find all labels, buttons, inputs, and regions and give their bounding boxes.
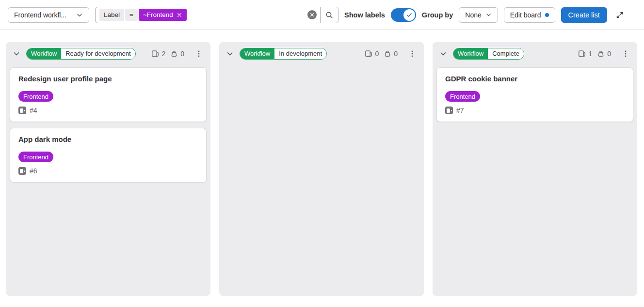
issue-card[interactable]: GDPR cookie banner Frontend #7	[436, 67, 633, 122]
column-weight-count: 0	[607, 50, 611, 58]
column-issue-count: 0	[375, 50, 379, 58]
edit-board-label: Edit board	[510, 11, 541, 19]
card-title[interactable]: App dark mode	[18, 135, 198, 143]
group-by-value: None	[465, 11, 481, 19]
column-issue-count-group: 0	[365, 50, 379, 58]
collapse-column-button[interactable]	[438, 49, 448, 59]
column-issue-count: 2	[161, 50, 165, 58]
create-list-button[interactable]: Create list	[561, 7, 607, 23]
filter-token-value-label: ~Frontend	[143, 11, 173, 18]
chevron-down-icon	[485, 12, 492, 18]
column-issue-count: 1	[588, 50, 592, 58]
chevron-down-icon	[76, 12, 83, 18]
column-header: Workflow Complete 1 0	[433, 42, 637, 65]
filter-token-key[interactable]: Label	[99, 9, 124, 21]
search-button[interactable]	[320, 7, 338, 23]
card-meta: #7	[445, 107, 625, 114]
check-icon	[403, 9, 415, 21]
card-label[interactable]: Frontend	[445, 91, 480, 102]
column-scope: Workflow	[27, 48, 61, 59]
expand-icon	[616, 11, 624, 19]
fullscreen-button[interactable]	[616, 11, 624, 19]
issue-card[interactable]: App dark mode Frontend #6	[10, 128, 207, 183]
board-column: Workflow Ready for development 2 0	[6, 42, 210, 296]
weight-icon	[170, 50, 178, 58]
ellipsis-vertical-icon	[195, 50, 203, 58]
filter-token-value[interactable]: ~Frontend	[139, 9, 187, 21]
column-name: Ready for development	[61, 48, 135, 59]
chevron-down-icon	[13, 50, 20, 58]
column-scope: Workflow	[453, 48, 488, 59]
search-icon	[325, 11, 333, 19]
column-weight-group: 0	[384, 50, 398, 58]
column-scoped-label[interactable]: Workflow Complete	[453, 48, 524, 60]
edit-board-notification-dot	[545, 13, 549, 17]
show-labels-label: Show labels	[344, 11, 385, 19]
column-menu-button[interactable]	[621, 48, 630, 60]
column-weight-group: 0	[597, 50, 611, 58]
project-avatar	[18, 167, 26, 175]
card-title[interactable]: GDPR cookie banner	[445, 75, 625, 83]
chevron-down-icon	[226, 50, 234, 58]
column-menu-button[interactable]	[194, 48, 204, 60]
issue-card[interactable]: Redesign user profile page Frontend #4	[10, 67, 207, 122]
show-labels-toggle[interactable]	[391, 8, 416, 22]
issues-icon	[365, 50, 372, 58]
card-ref: #4	[30, 107, 37, 114]
column-issue-count-group: 2	[151, 50, 165, 58]
ellipsis-vertical-icon	[622, 50, 629, 58]
project-avatar	[445, 107, 453, 114]
group-by-dropdown[interactable]: None	[459, 7, 498, 23]
collapse-column-button[interactable]	[12, 49, 21, 59]
ellipsis-vertical-icon	[408, 50, 416, 58]
board-switcher-label: Frontend workfl...	[14, 11, 66, 19]
issues-icon	[578, 50, 586, 58]
group-by-label: Group by	[422, 11, 453, 19]
board-switcher-dropdown[interactable]: Frontend workfl...	[8, 7, 89, 23]
card-label[interactable]: Frontend	[18, 152, 53, 162]
weight-icon	[384, 50, 391, 58]
card-ref: #6	[30, 167, 37, 175]
filtered-search-bar[interactable]: Label = ~Frontend	[95, 7, 338, 23]
column-header: Workflow Ready for development 2 0	[6, 42, 210, 65]
column-cards	[219, 65, 424, 296]
column-issue-count-group: 1	[578, 50, 592, 58]
column-weight-count: 0	[180, 50, 184, 58]
column-weight-group: 0	[170, 50, 184, 58]
issues-icon	[151, 50, 159, 58]
card-meta: #4	[18, 107, 198, 114]
column-menu-button[interactable]	[407, 48, 417, 60]
clear-search-button[interactable]	[304, 7, 320, 23]
chevron-down-icon	[439, 50, 447, 58]
clear-icon	[307, 10, 317, 19]
column-name: In development	[274, 48, 326, 59]
board-column: Workflow Complete 1 0	[433, 42, 637, 296]
column-weight-count: 0	[394, 50, 398, 58]
close-icon[interactable]	[177, 12, 182, 18]
column-scoped-label[interactable]: Workflow In development	[240, 48, 327, 60]
column-scoped-label[interactable]: Workflow Ready for development	[26, 48, 136, 60]
collapse-column-button[interactable]	[225, 49, 235, 59]
column-header: Workflow In development 0 0	[219, 42, 424, 65]
column-name: Complete	[488, 48, 524, 59]
card-ref: #7	[456, 107, 464, 114]
project-avatar	[18, 107, 26, 114]
column-cards: GDPR cookie banner Frontend #7	[433, 65, 637, 296]
board: Workflow Ready for development 2 0	[0, 30, 644, 296]
card-meta: #6	[18, 167, 198, 175]
weight-icon	[597, 50, 605, 58]
filter-token[interactable]: Label = ~Frontend	[96, 7, 304, 23]
card-label[interactable]: Frontend	[18, 91, 53, 102]
board-toolbar: Frontend workfl... Label = ~Frontend	[0, 0, 644, 30]
board-column: Workflow In development 0 0	[219, 42, 424, 296]
column-scope: Workflow	[240, 48, 274, 59]
edit-board-button[interactable]: Edit board	[504, 7, 555, 23]
filter-token-operator[interactable]: =	[125, 9, 138, 21]
create-list-label: Create list	[568, 11, 600, 19]
card-title[interactable]: Redesign user profile page	[18, 75, 198, 83]
column-cards: Redesign user profile page Frontend #4 A…	[6, 65, 210, 296]
